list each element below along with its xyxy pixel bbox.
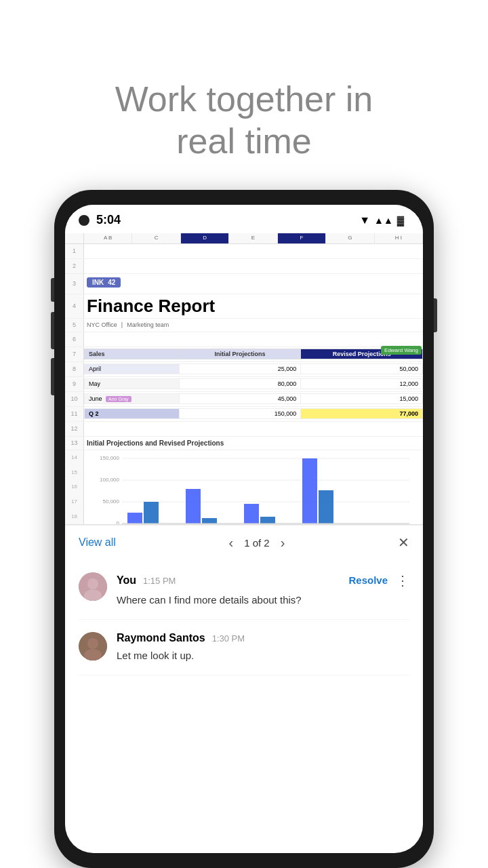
chart-title: Initial Projections and Revised Projecti… xyxy=(87,439,224,447)
prev-page-button[interactable]: ‹ xyxy=(228,535,233,551)
svg-point-18 xyxy=(87,578,98,589)
next-page-button[interactable]: › xyxy=(281,535,285,551)
svg-rect-12 xyxy=(244,504,259,524)
resolve-button[interactable]: Resolve xyxy=(348,574,388,586)
more-options-button[interactable]: ⋮ xyxy=(396,572,409,589)
phone-wrapper: 5:04 ▼ ▲▲ ▓ A B C D E F G H I 1 xyxy=(54,190,434,868)
phone-button-left-1 xyxy=(51,278,54,302)
col-headers-row: A B C D E F G H I xyxy=(65,233,423,244)
phone-screen: 5:04 ▼ ▲▲ ▓ A B C D E F G H I 1 xyxy=(65,205,423,853)
bottom-toolbar: View all ‹ 1 of 2 › ✕ xyxy=(65,525,423,560)
report-office: NYC Office xyxy=(87,321,117,328)
wifi-icon: ▼ xyxy=(359,214,370,226)
comment-text-you: Where can I find more details about this… xyxy=(117,593,409,607)
svg-rect-11 xyxy=(202,518,217,524)
comment-time-raymond: 1:30 PM xyxy=(212,633,245,644)
svg-text:100,000: 100,000 xyxy=(100,477,119,483)
battery-icon: ▓ xyxy=(397,215,404,226)
comment-body-you: You 1:15 PM Resolve ⋮ Where can I find m… xyxy=(117,572,409,607)
svg-text:0: 0 xyxy=(117,520,120,525)
svg-rect-8 xyxy=(127,513,142,524)
close-button[interactable]: ✕ xyxy=(398,534,409,551)
comments-section: You 1:15 PM Resolve ⋮ Where can I find m… xyxy=(65,560,423,675)
comment-item-raymond: Raymond Santos 1:30 PM Let me look it up… xyxy=(79,620,409,675)
page-indicator: 1 of 2 xyxy=(244,537,270,549)
comment-item-you: You 1:15 PM Resolve ⋮ Where can I find m… xyxy=(79,560,409,620)
avatar-you xyxy=(79,572,107,601)
signal-icon: ▲▲ xyxy=(374,215,393,226)
phone-button-left-3 xyxy=(51,358,54,395)
hero-section: Work together inreal time xyxy=(61,37,428,163)
report-team: Marketing team xyxy=(127,321,169,328)
report-title: Finance Report xyxy=(87,296,215,316)
comment-author-raymond: Raymond Santos xyxy=(117,632,205,644)
view-all-button[interactable]: View all xyxy=(79,536,116,549)
comment-text-raymond: Let me look it up. xyxy=(117,648,409,663)
spreadsheet-area: A B C D E F G H I 1 2 3 INK 42 xyxy=(65,233,423,525)
phone-button-right xyxy=(434,298,437,332)
avatar-raymond xyxy=(79,632,107,660)
phone-button-left-2 xyxy=(51,312,54,349)
svg-text:150,000: 150,000 xyxy=(100,455,119,461)
svg-text:50,000: 50,000 xyxy=(103,498,120,505)
comment-body-raymond: Raymond Santos 1:30 PM Let me look it up… xyxy=(117,632,409,663)
status-bar: 5:04 ▼ ▲▲ ▓ xyxy=(65,205,423,233)
ink-badge: INK 42 xyxy=(87,277,121,288)
camera-dot xyxy=(79,215,89,226)
svg-rect-13 xyxy=(260,517,275,524)
status-time: 5:04 xyxy=(96,213,121,227)
edward-wang-tag: Edward Wang xyxy=(381,346,422,355)
comment-author-you: You xyxy=(117,574,136,587)
bar-chart: 150,000 100,000 50,000 0 xyxy=(89,453,418,525)
comment-time-you: 1:15 PM xyxy=(143,576,176,586)
svg-rect-14 xyxy=(302,458,317,524)
ann-gray-tag: Ann Gray xyxy=(106,396,131,402)
svg-rect-9 xyxy=(144,502,159,524)
hero-text: Work together inreal time xyxy=(88,78,401,163)
svg-rect-10 xyxy=(186,489,201,524)
svg-rect-15 xyxy=(319,490,333,524)
svg-point-21 xyxy=(87,638,98,649)
